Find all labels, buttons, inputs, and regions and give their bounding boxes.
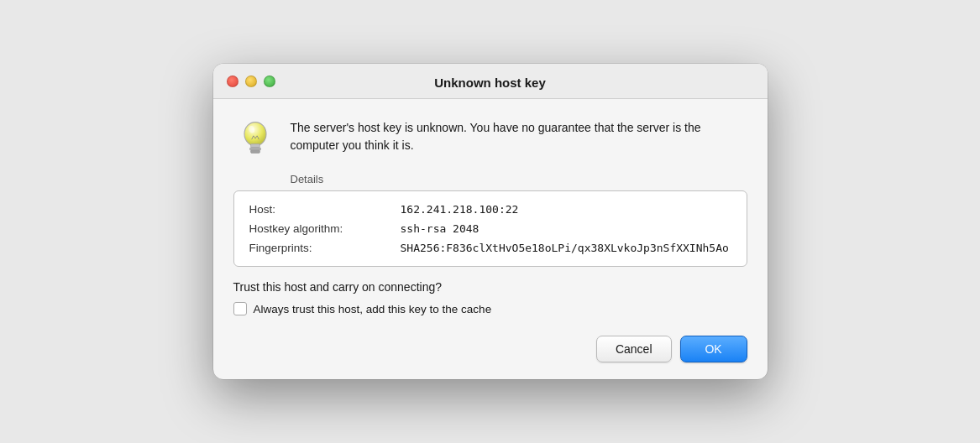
checkbox-row[interactable]: Always trust this host, add this key to … (233, 302, 747, 315)
maximize-button[interactable] (264, 76, 275, 87)
cancel-button[interactable]: Cancel (596, 336, 672, 362)
fingerprints-row: Fingerprints: SHA256:F836clXtHvO5e18oLPi… (249, 242, 731, 254)
fingerprints-label: Fingerprints: (249, 242, 401, 254)
traffic-lights (227, 76, 275, 87)
details-section: Details Host: 162.241.218.100:22 Hostkey… (233, 173, 747, 267)
always-trust-checkbox[interactable] (233, 302, 247, 315)
dialog-title: Unknown host key (434, 76, 546, 90)
svg-rect-3 (250, 150, 259, 153)
dialog-body: The server's host key is unknown. You ha… (213, 99, 768, 379)
details-box: Host: 162.241.218.100:22 Hostkey algorit… (233, 190, 747, 267)
message-row: The server's host key is unknown. You ha… (233, 116, 747, 159)
dialog-overlay: Unknown host key (0, 0, 980, 443)
host-label: Host: (249, 203, 401, 216)
hostkey-row: Hostkey algorithm: ssh-rsa 2048 (249, 222, 731, 235)
host-value: 162.241.218.100:22 (401, 203, 519, 216)
trust-question: Trust this host and carry on connecting? (233, 280, 747, 294)
message-text: The server's host key is unknown. You ha… (291, 116, 747, 154)
dialog-window: Unknown host key (213, 64, 768, 379)
svg-rect-1 (250, 144, 259, 148)
hostkey-value: ssh-rsa 2048 (401, 222, 480, 235)
svg-rect-2 (249, 148, 260, 150)
lightbulb-icon (233, 116, 277, 159)
host-row: Host: 162.241.218.100:22 (249, 203, 731, 216)
button-row: Cancel OK (233, 332, 747, 362)
details-label: Details (291, 173, 747, 185)
fingerprints-value: SHA256:F836clXtHvO5e18oLPi/qx38XLvkoJp3n… (401, 242, 729, 254)
ok-button[interactable]: OK (680, 336, 747, 362)
hostkey-label: Hostkey algorithm: (249, 222, 401, 235)
title-bar: Unknown host key (213, 64, 768, 99)
always-trust-label[interactable]: Always trust this host, add this key to … (254, 303, 492, 315)
close-button[interactable] (227, 76, 238, 87)
svg-point-0 (244, 122, 266, 146)
minimize-button[interactable] (245, 76, 257, 87)
